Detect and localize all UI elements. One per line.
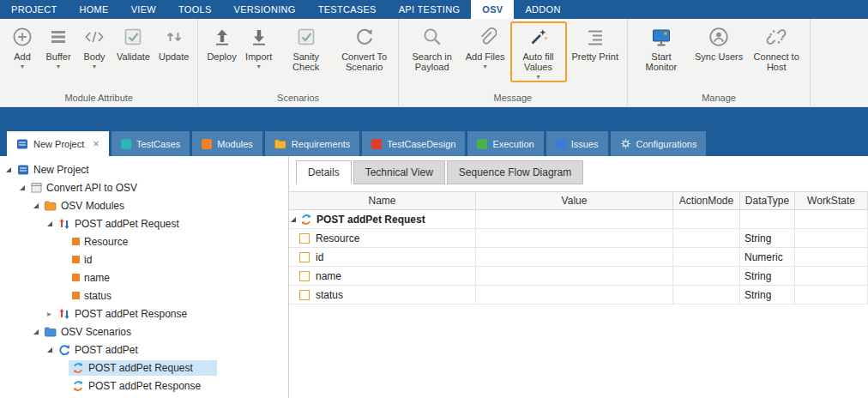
expand-arrow-icon[interactable]	[44, 347, 55, 353]
cell-actionmode[interactable]	[673, 229, 740, 248]
paperclip-icon	[474, 23, 497, 51]
column-header-value: Value	[476, 192, 673, 210]
tab-testcasedesign[interactable]: TestCaseDesign	[362, 131, 465, 156]
convert-to-scenario-button[interactable]: Convert To Scenario	[336, 21, 393, 72]
tab-issues[interactable]: Issues	[546, 131, 608, 156]
validate-button[interactable]: Validate	[113, 21, 154, 62]
tab-execution[interactable]: Execution	[467, 131, 543, 156]
group-label-manage: Manage	[632, 90, 805, 106]
tree-item-name[interactable]: name	[0, 268, 288, 286]
menu-osv[interactable]: OSV	[471, 0, 514, 19]
table-row-resource[interactable]: Resource String	[289, 229, 868, 248]
tree-item-id[interactable]: id	[0, 250, 288, 268]
sync-users-button[interactable]: Sync Users	[691, 21, 746, 62]
tab-new-project[interactable]: New Project ×	[7, 131, 109, 156]
body-button[interactable]: Body ▾	[77, 21, 112, 70]
folder-blue-icon	[45, 327, 57, 337]
cell-name: id	[316, 251, 323, 263]
buffer-button[interactable]: Buffer ▾	[41, 21, 75, 70]
add-label: Add	[14, 51, 31, 62]
tree-item-post-addpet-response-module[interactable]: ▸ POST addPet Response	[0, 305, 288, 323]
menu-project[interactable]: PROJECT	[0, 0, 68, 19]
expand-arrow-icon[interactable]	[16, 185, 27, 190]
row-checkbox[interactable]	[299, 233, 310, 244]
table-group-row[interactable]: POST addPet Request	[289, 210, 868, 229]
cell-actionmode[interactable]	[673, 286, 740, 305]
tree-item-osv-scenarios[interactable]: OSV Scenarios	[0, 323, 288, 341]
dropdown-caret-icon: ▾	[537, 74, 540, 81]
tree-label: POST addPet Request	[88, 362, 193, 374]
cell-datatype[interactable]: String	[740, 229, 795, 248]
pretty-print-icon	[584, 23, 606, 51]
add-files-button[interactable]: Add Files ▾	[462, 21, 509, 70]
import-button[interactable]: Import ▾	[242, 21, 276, 70]
table-row-name[interactable]: name String	[289, 267, 868, 286]
start-monitor-button[interactable]: Start Monitor	[633, 21, 690, 72]
column-header-name: Name	[289, 192, 476, 210]
cell-datatype[interactable]: Numeric	[740, 248, 795, 267]
auto-fill-values-button[interactable]: Auto fill Values ▾	[510, 21, 567, 82]
table-row-id[interactable]: id Numeric	[289, 248, 868, 267]
expand-arrow-icon[interactable]	[291, 217, 296, 222]
cell-workstate[interactable]	[795, 286, 868, 305]
cell-actionmode[interactable]	[673, 267, 740, 286]
cell-value[interactable]	[476, 286, 673, 305]
sanity-check-button[interactable]: Sanity Check	[278, 21, 335, 72]
search-in-payload-button[interactable]: Search in Payload	[404, 21, 461, 72]
tree-item-status[interactable]: status	[0, 286, 288, 305]
tab-sequence-flow-diagram[interactable]: Sequence Flow Diagram	[447, 160, 583, 184]
menu-versioning[interactable]: VERSIONING	[223, 0, 307, 19]
tree-item-post-addpet-request-scenario[interactable]: POST addPet Request	[0, 359, 288, 377]
buffer-label: Buffer	[45, 51, 70, 62]
cell-workstate[interactable]	[795, 229, 868, 248]
row-checkbox[interactable]	[299, 290, 310, 300]
tab-requirements[interactable]: Requirements	[265, 131, 359, 156]
cell-value[interactable]	[476, 267, 673, 286]
expand-arrow-icon[interactable]	[44, 221, 55, 226]
modules-icon	[202, 139, 212, 149]
pretty-print-button[interactable]: Pretty Print	[569, 21, 622, 62]
menu-api-testing[interactable]: API TESTING	[388, 0, 472, 19]
row-checkbox[interactable]	[299, 252, 310, 262]
menu-tools[interactable]: TOOLS	[167, 0, 223, 19]
tree-item-new-project[interactable]: New Project	[0, 160, 288, 178]
tab-technical-view[interactable]: Technical View	[353, 160, 445, 184]
cell-workstate[interactable]	[795, 267, 868, 286]
tree-item-osv-modules[interactable]: OSV Modules	[0, 196, 288, 214]
module-icon	[58, 218, 70, 230]
cell-datatype[interactable]: String	[740, 267, 795, 286]
expand-arrow-icon[interactable]	[30, 329, 41, 335]
connect-to-host-button[interactable]: Connect to Host	[748, 21, 805, 72]
add-button[interactable]: Add ▾	[5, 21, 39, 70]
tree-item-post-addpet[interactable]: POST addPet	[0, 341, 288, 359]
tree-item-post-addpet-request-module[interactable]: POST addPet Request	[0, 214, 288, 232]
tree-item-resource[interactable]: Resource	[0, 232, 288, 250]
tree-item-post-addpet-response-scenario[interactable]: POST addPet Response	[0, 377, 288, 395]
menu-view[interactable]: VIEW	[120, 0, 167, 19]
import-down-arrow-icon	[248, 23, 270, 51]
menu-addon[interactable]: ADDON	[514, 0, 571, 19]
tab-details[interactable]: Details	[296, 160, 352, 184]
cell-value[interactable]	[476, 229, 673, 248]
update-button[interactable]: Update	[155, 21, 192, 62]
selected-tree-node[interactable]: POST addPet Request	[69, 360, 217, 376]
tab-configurations[interactable]: Configurations	[611, 131, 707, 156]
tab-testcases[interactable]: TestCases	[112, 131, 190, 156]
expand-arrow-icon[interactable]	[3, 167, 14, 172]
cell-value[interactable]	[476, 248, 673, 267]
cell-actionmode[interactable]	[673, 248, 740, 267]
menu-home[interactable]: HOME	[68, 0, 119, 19]
expand-arrow-icon[interactable]	[30, 203, 41, 208]
row-checkbox[interactable]	[299, 271, 310, 281]
close-icon[interactable]: ×	[93, 137, 99, 150]
tab-modules[interactable]: Modules	[192, 131, 262, 156]
tree-label: POST addPet Response	[88, 380, 201, 392]
menu-testcases[interactable]: TESTCASES	[307, 0, 388, 19]
table-row-status[interactable]: status String	[289, 286, 868, 305]
cell-workstate[interactable]	[795, 248, 868, 267]
deploy-button[interactable]: Deploy	[203, 21, 239, 62]
body-label: Body	[83, 51, 105, 62]
collapse-arrow-icon[interactable]: ▸	[44, 309, 55, 318]
tree-item-convert-api[interactable]: Convert API to OSV	[0, 178, 288, 196]
cell-datatype[interactable]: String	[740, 286, 795, 305]
